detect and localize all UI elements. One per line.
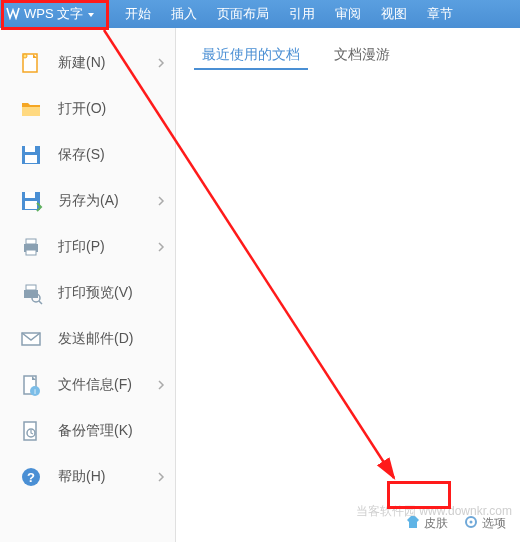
sidebar-item-save-as[interactable]: 另存为(A): [0, 178, 175, 224]
sidebar-item-label: 发送邮件(D): [58, 330, 133, 348]
svg-rect-13: [26, 285, 36, 290]
tab-insert[interactable]: 插入: [161, 0, 207, 28]
save-as-icon: [18, 188, 44, 214]
sidebar-item-help[interactable]: ?帮助(H): [0, 454, 175, 500]
sidebar-item-label: 保存(S): [58, 146, 105, 164]
main-area: 新建(N)打开(O)保存(S)另存为(A)打印(P)打印预览(V)发送邮件(D)…: [0, 28, 520, 542]
print-preview-icon: [18, 280, 44, 306]
app-menu-button[interactable]: WPS 文字: [0, 0, 103, 28]
svg-point-1: [23, 54, 27, 58]
watermark-text: 当客软件园 www.downkr.com: [356, 503, 512, 520]
sidebar-item-backup[interactable]: 备份管理(K): [0, 408, 175, 454]
chevron-right-icon: [157, 468, 165, 486]
svg-point-25: [470, 521, 473, 524]
tab-page-layout[interactable]: 页面布局: [207, 0, 279, 28]
sidebar-item-print-preview[interactable]: 打印预览(V): [0, 270, 175, 316]
file-info-icon: i: [18, 372, 44, 398]
print-icon: [18, 234, 44, 260]
sidebar-item-new-doc[interactable]: 新建(N): [0, 40, 175, 86]
sidebar-item-label: 打印(P): [58, 238, 105, 256]
help-icon: ?: [18, 464, 44, 490]
tab-start[interactable]: 开始: [115, 0, 161, 28]
svg-rect-10: [26, 239, 36, 244]
backup-icon: [18, 418, 44, 444]
tab-recent-docs[interactable]: 最近使用的文档: [194, 42, 308, 70]
app-menu-label: WPS 文字: [24, 5, 83, 23]
svg-line-15: [39, 301, 42, 304]
sidebar-item-label: 打开(O): [58, 100, 106, 118]
sidebar-item-label: 另存为(A): [58, 192, 119, 210]
tab-review[interactable]: 审阅: [325, 0, 371, 28]
tab-cloud-docs[interactable]: 文档漫游: [326, 42, 398, 70]
folder-icon: [18, 96, 44, 122]
wps-logo-icon: [6, 6, 20, 23]
chevron-right-icon: [157, 54, 165, 72]
svg-rect-4: [25, 146, 35, 152]
svg-rect-8: [25, 201, 37, 209]
svg-rect-11: [26, 250, 36, 255]
svg-rect-7: [25, 192, 35, 198]
mail-icon: [18, 326, 44, 352]
tab-view[interactable]: 视图: [371, 0, 417, 28]
save-icon: [18, 142, 44, 168]
file-menu-sidebar: 新建(N)打开(O)保存(S)另存为(A)打印(P)打印预览(V)发送邮件(D)…: [0, 28, 176, 542]
sidebar-item-print[interactable]: 打印(P): [0, 224, 175, 270]
sidebar-item-label: 文件信息(F): [58, 376, 132, 394]
svg-rect-2: [22, 107, 40, 116]
chevron-right-icon: [157, 192, 165, 210]
new-doc-icon: [18, 50, 44, 76]
sidebar-item-label: 新建(N): [58, 54, 105, 72]
content-tabs: 最近使用的文档 文档漫游: [194, 42, 520, 70]
tab-chapter[interactable]: 章节: [417, 0, 463, 28]
content-pane: 最近使用的文档 文档漫游 皮肤 选项: [176, 28, 520, 542]
sidebar-item-file-info[interactable]: i文件信息(F): [0, 362, 175, 408]
sidebar-item-folder[interactable]: 打开(O): [0, 86, 175, 132]
svg-rect-5: [25, 155, 37, 163]
sidebar-item-label: 打印预览(V): [58, 284, 133, 302]
svg-text:?: ?: [27, 470, 35, 485]
sidebar-item-label: 备份管理(K): [58, 422, 133, 440]
sidebar-item-mail[interactable]: 发送邮件(D): [0, 316, 175, 362]
chevron-right-icon: [157, 238, 165, 256]
title-bar: WPS 文字 开始 插入 页面布局 引用 审阅 视图 章节: [0, 0, 520, 28]
chevron-down-icon: [87, 7, 95, 22]
sidebar-item-label: 帮助(H): [58, 468, 105, 486]
tab-references[interactable]: 引用: [279, 0, 325, 28]
sidebar-item-save[interactable]: 保存(S): [0, 132, 175, 178]
ribbon-tabs: 开始 插入 页面布局 引用 审阅 视图 章节: [115, 0, 463, 28]
chevron-right-icon: [157, 376, 165, 394]
